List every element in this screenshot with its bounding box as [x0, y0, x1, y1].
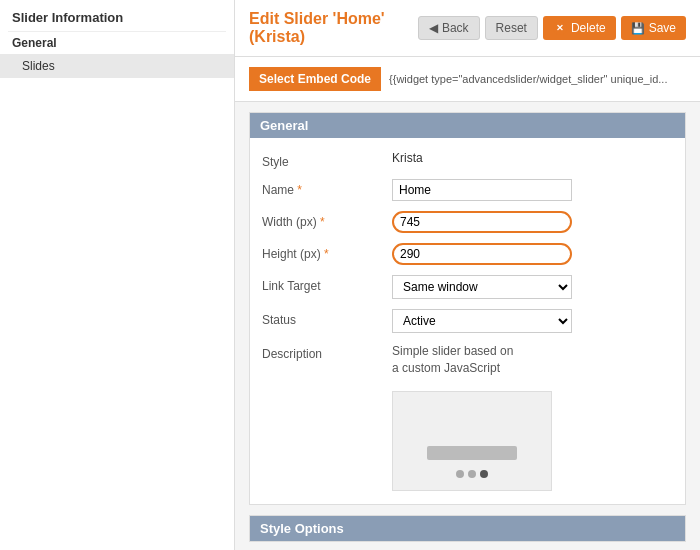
page-title: Edit Slider 'Home' (Krista) [249, 10, 418, 46]
sidebar-section-general[interactable]: General [0, 32, 234, 54]
link-target-label: Link Target [262, 275, 392, 293]
width-label: Width (px) * [262, 211, 392, 229]
back-arrow-icon: ◀ [429, 21, 438, 35]
height-field-container [392, 243, 673, 265]
name-required: * [297, 183, 302, 197]
name-input[interactable] [392, 179, 572, 201]
style-label: Style [262, 151, 392, 169]
dot-3 [480, 470, 488, 478]
style-value: Krista [392, 151, 673, 165]
sidebar-item-slides[interactable]: Slides [0, 54, 234, 78]
embed-row: Select Embed Code {{widget type="advance… [235, 57, 700, 102]
general-section-header: General [250, 113, 685, 138]
main-content: Edit Slider 'Home' (Krista) ◀ Back Reset… [235, 0, 700, 550]
link-target-row: Link Target Same window New window [250, 270, 685, 304]
general-form: Style Krista Name * Width (px) [250, 138, 685, 504]
name-label: Name * [262, 179, 392, 197]
description-text-line2: a custom JavaScript [392, 360, 673, 377]
status-row: Status Active Inactive [250, 304, 685, 338]
description-value: Simple slider based on a custom JavaScri… [392, 343, 673, 377]
name-row: Name * [250, 174, 685, 206]
description-label: Description [262, 343, 392, 361]
width-field-container [392, 211, 673, 233]
status-label: Status [262, 309, 392, 327]
height-row: Height (px) * [250, 238, 685, 270]
delete-button[interactable]: ✕ Delete [543, 16, 616, 40]
style-options-section: Style Options [249, 515, 686, 542]
dot-1 [456, 470, 464, 478]
general-section: General Style Krista Name * [249, 112, 686, 505]
width-row: Width (px) * [250, 206, 685, 238]
preview-dots [456, 470, 488, 478]
width-input[interactable] [392, 211, 572, 233]
height-input[interactable] [392, 243, 572, 265]
save-icon: 💾 [631, 22, 645, 35]
style-options-header: Style Options [250, 516, 685, 541]
delete-icon: ✕ [553, 21, 567, 35]
back-button[interactable]: ◀ Back [418, 16, 480, 40]
description-row: Description Simple slider based on a cus… [250, 338, 685, 382]
status-field-container: Active Inactive [392, 309, 673, 333]
reset-button[interactable]: Reset [485, 16, 538, 40]
save-button[interactable]: 💾 Save [621, 16, 686, 40]
style-row: Style Krista [250, 146, 685, 174]
sidebar-title: Slider Information [0, 0, 234, 31]
preview-bar [427, 446, 517, 460]
preview-row [250, 382, 685, 496]
description-text-line1: Simple slider based on [392, 343, 673, 360]
status-select[interactable]: Active Inactive [392, 309, 572, 333]
link-target-field-container: Same window New window [392, 275, 673, 299]
height-label: Height (px) * [262, 243, 392, 261]
select-embed-code-button[interactable]: Select Embed Code [249, 67, 381, 91]
page-header: Edit Slider 'Home' (Krista) ◀ Back Reset… [235, 0, 700, 57]
dot-2 [468, 470, 476, 478]
header-buttons: ◀ Back Reset ✕ Delete 💾 Save [418, 16, 686, 40]
link-target-select[interactable]: Same window New window [392, 275, 572, 299]
embed-code-text: {{widget type="advancedslider/widget_sli… [389, 73, 667, 85]
name-field-container [392, 179, 673, 201]
slider-preview [392, 391, 552, 491]
sidebar: Slider Information General Slides [0, 0, 235, 550]
